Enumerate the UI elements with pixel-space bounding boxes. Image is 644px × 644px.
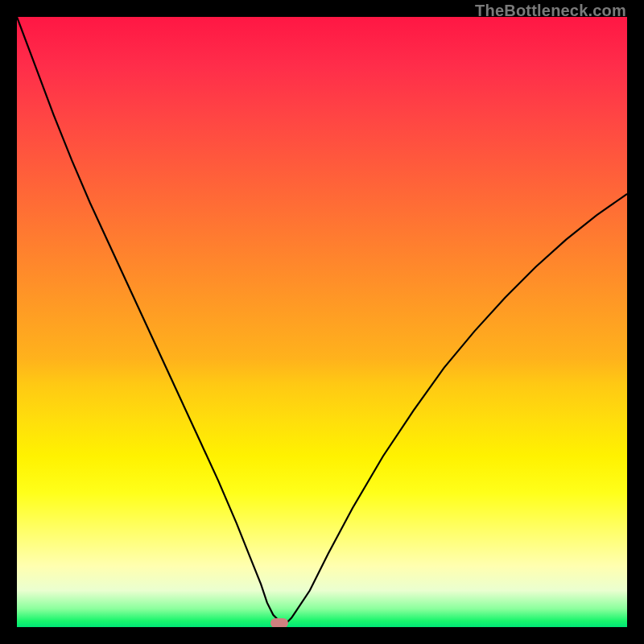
watermark-text: TheBottleneck.com	[475, 2, 626, 20]
chart-curve	[17, 17, 627, 627]
curve-path	[17, 17, 627, 624]
chart-marker	[270, 618, 288, 627]
chart-frame: TheBottleneck.com	[0, 0, 644, 644]
chart-plot-area	[17, 17, 627, 627]
